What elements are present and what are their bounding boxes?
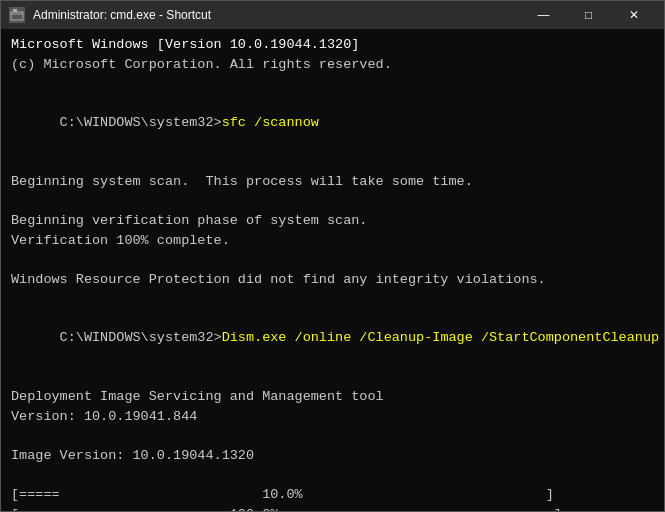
window-icon — [9, 7, 25, 23]
line-1: Microsoft Windows [Version 10.0.19044.13… — [11, 35, 654, 55]
svg-rect-0 — [11, 12, 23, 20]
close-button[interactable]: ✕ — [611, 1, 656, 29]
prompt-1: C:\WINDOWS\system32> — [60, 115, 222, 130]
line-11: Windows Resource Protection did not find… — [11, 270, 654, 290]
maximize-button[interactable]: □ — [566, 1, 611, 29]
line-2: (c) Microsoft Corporation. All rights re… — [11, 55, 654, 75]
line-3 — [11, 74, 654, 94]
terminal-body[interactable]: Microsoft Windows [Version 10.0.19044.13… — [1, 29, 664, 511]
line-18: Image Version: 10.0.19044.1320 — [11, 446, 654, 466]
line-10 — [11, 250, 654, 270]
line-16: Version: 10.0.19041.844 — [11, 407, 654, 427]
line-6: Beginning system scan. This process will… — [11, 172, 654, 192]
line-17 — [11, 426, 654, 446]
progress-100: [==========================100.0%=======… — [11, 505, 654, 512]
window: Administrator: cmd.exe - Shortcut — □ ✕ … — [0, 0, 665, 512]
window-title: Administrator: cmd.exe - Shortcut — [33, 8, 521, 22]
line-7 — [11, 192, 654, 212]
prompt-2: C:\WINDOWS\system32> — [60, 330, 222, 345]
line-9: Verification 100% complete. — [11, 231, 654, 251]
progress-10: [===== 10.0% ] — [11, 485, 654, 505]
cmd-sfc: sfc /scannow — [222, 115, 319, 130]
svg-rect-2 — [13, 9, 17, 12]
minimize-button[interactable]: — — [521, 1, 566, 29]
titlebar: Administrator: cmd.exe - Shortcut — □ ✕ — [1, 1, 664, 29]
line-19 — [11, 465, 654, 485]
line-5 — [11, 152, 654, 172]
line-4: C:\WINDOWS\system32>sfc /scannow — [11, 94, 654, 153]
line-15: Deployment Image Servicing and Managemen… — [11, 387, 654, 407]
line-13: C:\WINDOWS\system32>Dism.exe /online /Cl… — [11, 309, 654, 368]
line-8: Beginning verification phase of system s… — [11, 211, 654, 231]
window-controls: — □ ✕ — [521, 1, 656, 29]
line-12 — [11, 289, 654, 309]
line-14 — [11, 368, 654, 388]
cmd-dism: Dism.exe /online /Cleanup-Image /StartCo… — [222, 330, 659, 345]
